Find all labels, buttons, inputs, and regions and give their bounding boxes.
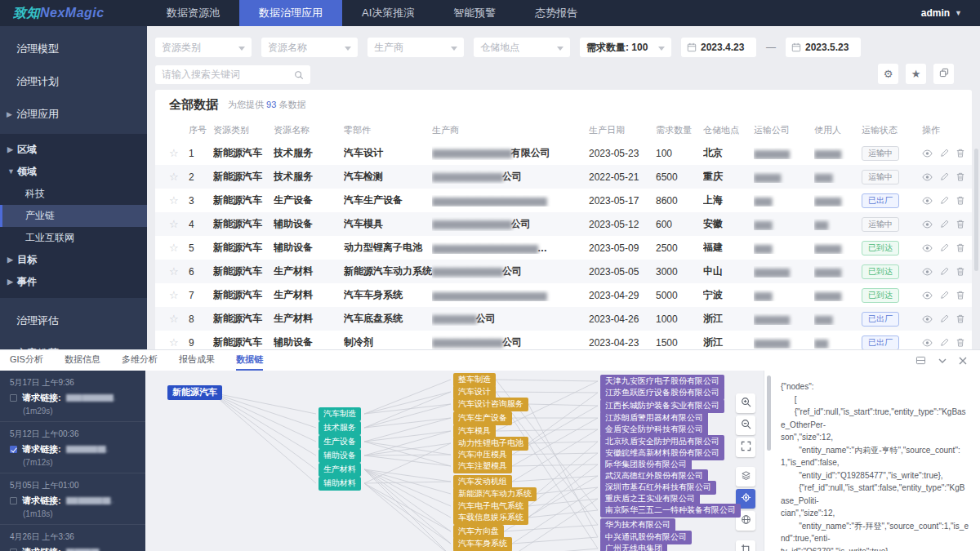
tab-2[interactable]: 多维分析 [122, 350, 158, 371]
graph-category-node[interactable]: 生产设备 [318, 435, 361, 449]
favorite-button[interactable]: ★ [906, 64, 926, 84]
row-star-icon[interactable]: ☆ [169, 265, 189, 278]
request-item[interactable]: 5月05日 上午01:00请求链接:███ ██████ ██‥(1m18s) [0, 473, 145, 525]
view-icon[interactable] [922, 197, 933, 205]
filter-select-1[interactable]: 资源名称 [261, 38, 358, 57]
row-star-icon[interactable]: ☆ [169, 147, 189, 159]
table-row[interactable]: ☆9新能源汽车辅助设备制冷剂████████████████公司2023-04-… [155, 331, 972, 349]
table-row[interactable]: ☆1新能源汽车技术服务汽车设计██████████████████有限公司202… [155, 141, 972, 165]
view-icon[interactable] [922, 291, 933, 300]
row-star-icon[interactable]: ☆ [169, 242, 189, 254]
delete-icon[interactable] [956, 243, 964, 252]
graph-component-node[interactable]: 汽车注塑模具 [453, 460, 512, 473]
tab-3[interactable]: 报告成果 [179, 350, 215, 371]
panel-layout-icon[interactable] [915, 356, 926, 365]
view-icon[interactable] [922, 149, 933, 158]
fit-screen-button[interactable] [736, 438, 755, 457]
row-star-icon[interactable]: ☆ [169, 171, 189, 183]
nav-item-2[interactable]: AI决策推演 [342, 0, 434, 26]
quantity-select[interactable]: 需求数量: 100 [580, 38, 671, 57]
request-checkbox[interactable] [10, 446, 17, 453]
graph-company-node[interactable]: 江苏鱼跃医疗设备股份有限公司 [600, 386, 724, 400]
edit-icon[interactable] [940, 172, 949, 181]
layout-copy-button[interactable] [933, 64, 954, 84]
request-checkbox[interactable] [10, 497, 17, 504]
graph-component-node[interactable]: 汽车生产设备 [453, 411, 512, 425]
row-star-icon[interactable]: ☆ [169, 336, 189, 349]
filter-select-2[interactable]: 生产商 [368, 38, 464, 57]
sidebar-bottom-item-0[interactable]: 治理评估 [0, 304, 147, 337]
row-star-icon[interactable]: ☆ [169, 194, 189, 207]
graph-category-node[interactable]: 技术服务 [318, 421, 361, 435]
graph-category-node[interactable]: 辅助材料 [318, 477, 361, 491]
crop-button[interactable] [736, 540, 755, 551]
tab-1[interactable]: 数据信息 [65, 350, 100, 371]
delete-icon[interactable] [956, 267, 964, 276]
request-item[interactable]: 5月17日 上午9:36请求链接:████ ████████ ‥(1m29s) [0, 371, 145, 422]
view-icon[interactable] [922, 220, 933, 229]
tree-item-2[interactable]: 科技 [0, 183, 147, 205]
table-row[interactable]: ☆5新能源汽车辅助设备动力型锂离子电池█████████████████████… [155, 236, 972, 260]
row-star-icon[interactable]: ☆ [169, 289, 189, 301]
panel-close-icon[interactable] [959, 357, 967, 365]
json-scrollbar[interactable] [767, 375, 771, 451]
nav-item-3[interactable]: 智能预警 [434, 0, 515, 26]
filter-select-0[interactable]: 资源类别 [155, 38, 252, 57]
edit-icon[interactable] [940, 243, 949, 252]
table-scrollbar[interactable] [974, 149, 978, 271]
graph-component-node[interactable]: 车载信息娱乐系统 [453, 511, 528, 525]
tree-item-4[interactable]: 工业互联网 [0, 227, 147, 249]
sidebar-item-2[interactable]: ▶治理应用 [0, 98, 147, 131]
graph-category-node[interactable]: 辅助设备 [318, 449, 361, 463]
edit-icon[interactable] [940, 196, 949, 205]
request-item[interactable]: 5月12日 上午00:36请求链接:████████ ██‥(7m12s) [0, 422, 145, 473]
graph-root-node[interactable]: 新能源汽车 [167, 385, 222, 400]
tab-4[interactable]: 数据链 [236, 350, 263, 371]
table-row[interactable]: ☆3新能源汽车生产设备汽车生产设备███████████████████████… [155, 189, 972, 212]
table-row[interactable]: ☆8新能源汽车生产材料汽车底盘系统██████████公司2023-04-261… [155, 307, 972, 331]
delete-icon[interactable] [956, 314, 964, 323]
edit-icon[interactable] [940, 291, 949, 300]
tree-item-1[interactable]: ▼领域 [0, 161, 147, 183]
graph-category-node[interactable]: 汽车制造 [318, 407, 361, 421]
edit-icon[interactable] [940, 314, 949, 323]
view-icon[interactable] [922, 173, 933, 181]
nav-item-1[interactable]: 数据治理应用 [239, 0, 342, 26]
graph-component-node[interactable]: 汽车设计咨询服务 [453, 398, 528, 411]
delete-icon[interactable] [956, 338, 964, 347]
date-to-input[interactable]: 2023.5.23 [786, 38, 861, 57]
layers-button[interactable] [736, 467, 755, 487]
table-row[interactable]: ☆2新能源汽车技术服务汽车检测████████████████公司2022-05… [155, 165, 972, 189]
tree-item-5[interactable]: ▶目标 [0, 249, 147, 271]
delete-icon[interactable] [956, 291, 964, 300]
edit-icon[interactable] [940, 267, 949, 276]
delete-icon[interactable] [956, 220, 964, 229]
delete-icon[interactable] [956, 172, 964, 181]
graph-company-node[interactable]: 广州无线电集团 [600, 542, 667, 551]
edit-icon[interactable] [940, 149, 949, 158]
delete-icon[interactable] [956, 196, 964, 205]
view-icon[interactable] [922, 315, 933, 323]
table-row[interactable]: ☆7新能源汽车生产材料汽车车身系统███████████████████████… [155, 283, 972, 307]
zoom-out-button[interactable] [736, 415, 755, 435]
nav-item-4[interactable]: 态势报告 [515, 0, 597, 26]
edit-icon[interactable] [940, 220, 949, 229]
sidebar-item-1[interactable]: 治理计划 [0, 65, 147, 98]
row-star-icon[interactable]: ☆ [169, 218, 189, 230]
date-from-input[interactable]: 2023.4.23 [681, 38, 756, 57]
delete-icon[interactable] [956, 149, 964, 158]
graph-category-node[interactable]: 生产材料 [318, 463, 361, 477]
zoom-in-button[interactable] [736, 393, 755, 413]
table-row[interactable]: ☆6新能源汽车生产材料新能源汽车动力系统████████████████公司20… [155, 260, 972, 283]
filter-select-3[interactable]: 仓储地点 [474, 38, 570, 57]
user-menu[interactable]: admin ▼ [921, 0, 980, 26]
nav-item-0[interactable]: 数据资源池 [147, 0, 239, 26]
settings-button[interactable]: ⚙ [878, 64, 898, 84]
view-icon[interactable] [922, 244, 933, 252]
sidebar-item-0[interactable]: 治理模型 [0, 33, 147, 65]
panel-collapse-icon[interactable] [938, 358, 947, 363]
request-item[interactable]: 4月26日 上午3:36请求链接:██ ████ ██‥(1m21s) [0, 525, 145, 551]
edit-icon[interactable] [940, 338, 949, 347]
tab-0[interactable]: GIS分析 [10, 350, 43, 371]
search-input[interactable]: 请输入搜索关键词 [155, 65, 310, 84]
